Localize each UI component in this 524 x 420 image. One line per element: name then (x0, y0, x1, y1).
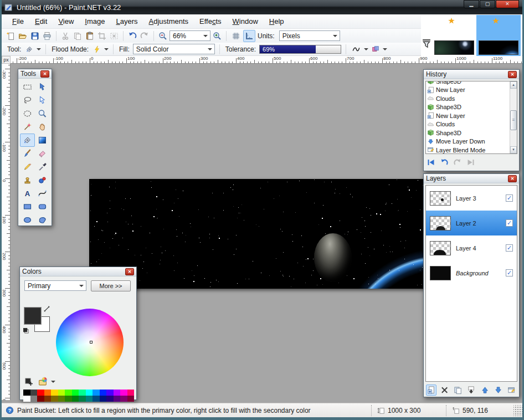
flood-mode-icon[interactable] (92, 44, 102, 54)
history-fastforward-button[interactable] (466, 157, 476, 167)
add-color-button[interactable] (24, 377, 33, 386)
history-item[interactable]: Layer Blend Mode (426, 146, 510, 153)
reset-colors-icon[interactable] (23, 327, 29, 334)
tool-move-pixels[interactable] (35, 80, 50, 94)
menu-file[interactable]: File (7, 15, 29, 28)
palette-swatch[interactable] (127, 390, 135, 396)
palette-swatch[interactable] (23, 390, 30, 396)
swap-colors-icon[interactable] (43, 305, 50, 313)
duplicate-layer-button[interactable] (453, 385, 463, 396)
layer-row-background[interactable]: Background✓ (426, 260, 517, 285)
fill-style-select[interactable]: Solid Color (133, 44, 215, 54)
history-undo-button[interactable] (439, 157, 449, 167)
add-layer-button[interactable] (426, 385, 436, 396)
layer-visibility-checkbox[interactable]: ✓ (506, 269, 513, 276)
resize-grip[interactable] (513, 405, 522, 416)
palette-swatch[interactable] (72, 390, 79, 396)
menu-help[interactable]: Help (264, 15, 289, 28)
maximize-button[interactable]: ▢ (480, 0, 495, 8)
layer-visibility-checkbox[interactable]: ✓ (506, 219, 513, 227)
palette-swatch[interactable] (106, 396, 114, 402)
chevron-down-icon[interactable] (37, 48, 41, 53)
palette-swatch[interactable] (58, 396, 65, 402)
print-button[interactable] (42, 30, 53, 42)
move-layer-up-button[interactable] (480, 385, 490, 396)
zoom-out-button[interactable] (157, 30, 168, 42)
redo-button[interactable] (139, 30, 150, 42)
new-image-button[interactable] (5, 30, 16, 42)
tool-freeform-shape[interactable] (35, 213, 50, 227)
menu-window[interactable]: Window (228, 15, 263, 28)
menu-effects[interactable]: Effects (194, 15, 227, 28)
merge-layer-down-button[interactable] (466, 385, 476, 396)
layers-window-titlebar[interactable]: Layers ✕ (424, 174, 519, 183)
tool-text[interactable]: A (20, 187, 35, 200)
layer-visibility-checkbox[interactable]: ✓ (506, 244, 513, 252)
menu-image[interactable]: Image (80, 15, 110, 28)
palette-swatch[interactable] (23, 396, 30, 402)
palette-swatch[interactable] (86, 390, 93, 396)
tool-magic-wand[interactable] (20, 120, 35, 134)
image-tab-1[interactable] (432, 15, 476, 56)
menu-view[interactable]: View (53, 15, 79, 28)
palette-swatch[interactable] (86, 396, 93, 402)
tool-rounded-rectangle[interactable] (35, 200, 50, 213)
tool-rectangle[interactable] (20, 200, 35, 213)
tool-gradient[interactable] (35, 134, 50, 147)
primary-color-swatch[interactable] (24, 308, 41, 324)
tool-clone-stamp[interactable] (20, 173, 35, 187)
tolerance-slider[interactable]: 69% (259, 45, 341, 54)
palette-swatch[interactable] (44, 396, 52, 402)
image-tab-2-active[interactable] (476, 15, 521, 56)
copy-button[interactable] (72, 30, 83, 42)
move-layer-down-button[interactable] (493, 385, 504, 396)
history-rewind-button[interactable] (426, 157, 436, 167)
ruler-toggle-button[interactable] (243, 30, 255, 42)
palette-swatch[interactable] (58, 390, 65, 396)
tool-ellipse-select[interactable] (20, 107, 35, 120)
tool-ellipse[interactable] (20, 213, 35, 227)
palette-swatch[interactable] (44, 390, 52, 396)
palette-swatch[interactable] (93, 396, 100, 402)
palette-swatch[interactable] (30, 396, 38, 402)
crop-button[interactable] (96, 30, 107, 42)
layer-row-layer-3[interactable]: Layer 3✓ (426, 186, 517, 211)
palette-swatch[interactable] (79, 396, 86, 402)
palette-swatch[interactable] (51, 390, 58, 396)
units-select[interactable]: Pixels (279, 30, 340, 41)
tool-move-selection[interactable] (35, 94, 50, 107)
canvas[interactable] (89, 179, 455, 289)
chevron-down-icon[interactable] (51, 381, 55, 385)
menu-edit[interactable]: Edit (30, 15, 52, 28)
title-bar[interactable]: Untitled (66%) - Paint.NET v3.22 (0, 0, 524, 14)
palette-swatch[interactable] (65, 396, 72, 402)
chevron-down-icon[interactable] (383, 48, 387, 53)
history-item[interactable]: Shape3D (426, 81, 510, 86)
palette-menu-button[interactable] (38, 377, 48, 386)
tool-pencil[interactable] (20, 160, 35, 173)
palette-swatch[interactable] (79, 390, 86, 396)
close-button[interactable]: ✕ (496, 0, 519, 8)
scrollbar-thumb[interactable]: ≡ (510, 110, 517, 130)
tool-pan[interactable] (35, 120, 50, 134)
palette-swatch[interactable] (37, 396, 44, 402)
cut-button[interactable] (60, 30, 71, 42)
history-redo-button[interactable] (453, 157, 463, 167)
palette-swatch[interactable] (114, 396, 121, 402)
tool-lasso-select[interactable] (20, 94, 35, 107)
deselect-button[interactable] (109, 30, 120, 42)
history-item[interactable]: Shape3D (426, 103, 510, 112)
tool-zoom[interactable] (35, 107, 50, 120)
minimize-button[interactable]: ▁ (464, 0, 479, 8)
color-mode-select[interactable]: Primary (24, 280, 86, 291)
palette-swatch[interactable] (100, 390, 107, 396)
menu-layers[interactable]: Layers (111, 15, 142, 28)
undo-button[interactable] (127, 30, 138, 42)
history-scrollbar[interactable]: ▲ ≡ ▼ (510, 81, 517, 153)
grid-toggle-button[interactable] (230, 30, 242, 42)
paste-button[interactable] (84, 30, 95, 42)
history-item[interactable]: Shape3D (426, 129, 510, 137)
zoom-in-button[interactable] (212, 30, 223, 42)
tool-eraser[interactable] (35, 147, 50, 160)
delete-layer-button[interactable] (439, 385, 450, 396)
